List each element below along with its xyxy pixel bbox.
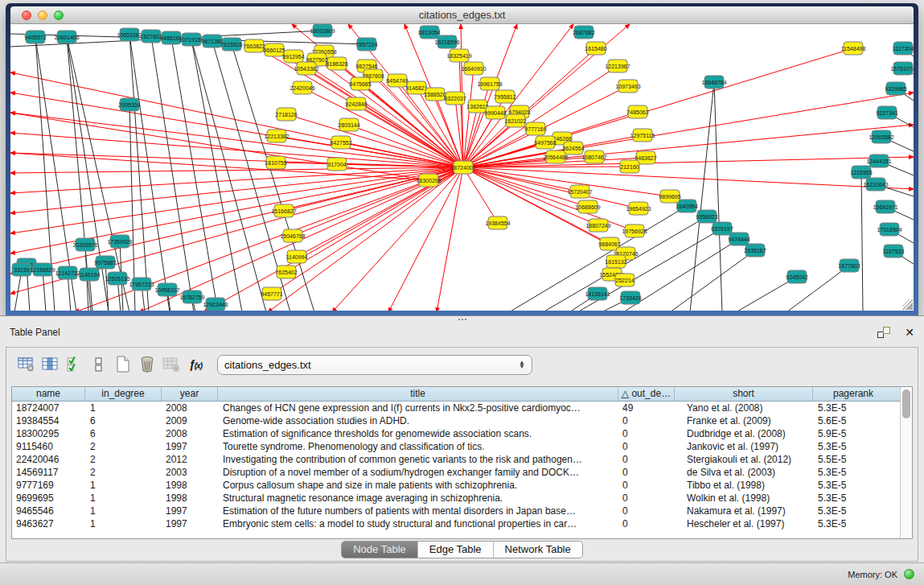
table-cell[interactable]: 6 (85, 414, 162, 427)
graph-node[interactable]: 9329965 (885, 82, 906, 95)
table-cell[interactable]: 9699695 (12, 492, 85, 505)
table-cell[interactable]: 1 (85, 479, 162, 492)
table-cell[interactable]: 2008 (162, 427, 218, 440)
graph-node[interactable]: 10973493 (615, 80, 640, 93)
graph-node[interactable]: 12923448 (203, 298, 228, 311)
graph-node[interactable]: 15046768 (280, 229, 305, 242)
table-cell[interactable]: 2 (85, 466, 162, 479)
window-titlebar[interactable]: citations_edges.txt (10, 6, 914, 24)
table-cell[interactable]: 9465546 (12, 505, 85, 517)
table-cell[interactable]: 49 (618, 402, 675, 414)
table-cell[interactable]: 1998 (162, 479, 218, 492)
graph-node[interactable]: 10688609 (575, 200, 600, 213)
graph-node[interactable]: 19756928 (622, 225, 647, 237)
table-row[interactable]: 911546021997Tourette syndrome. Phenomeno… (12, 440, 900, 453)
graph-node[interactable]: 7485063 (626, 105, 648, 118)
table-cell[interactable]: 2008 (162, 402, 218, 414)
table-cell[interactable]: Corpus callosum shape and size in male p… (218, 479, 618, 492)
table-cell[interactable]: 5.3E-5 (813, 492, 893, 505)
graph-node[interactable]: 8186328 (326, 57, 347, 70)
graph-node[interactable]: 1810755 (265, 156, 286, 169)
graph-node[interactable]: 212160 (620, 160, 639, 173)
table-cell[interactable]: 5.3E-5 (813, 466, 893, 479)
table-cell[interactable]: 0 (618, 427, 675, 440)
column-header-name[interactable]: name (12, 387, 85, 401)
graph-node[interactable]: 9899695 (659, 190, 680, 203)
graph-node[interactable]: 12444151 (866, 154, 891, 167)
graph-node[interactable]: 2803144 (338, 118, 359, 131)
show-columns-icon[interactable] (39, 353, 63, 376)
graph-node[interactable]: 16961758 (477, 77, 502, 90)
table-cell[interactable]: 2012 (162, 453, 218, 466)
table-settings-icon[interactable] (14, 353, 39, 376)
tab-edge-table[interactable]: Edge Table (418, 542, 494, 558)
graph-node[interactable]: 16640910 (461, 62, 486, 75)
graph-node[interactable]: 15720407 (567, 185, 592, 198)
graph-node[interactable]: 12213967 (605, 60, 630, 72)
table-cell[interactable]: Estimation of the future numbers of pati… (218, 505, 618, 517)
graph-node[interactable]: 1615132 (605, 255, 626, 268)
table-row[interactable]: 946554611997Estimation of the future num… (12, 505, 900, 517)
graph-node[interactable]: 8912954 (282, 50, 304, 63)
vertical-scrollbar[interactable] (900, 387, 912, 538)
graph-node[interactable]: 20206576 (72, 238, 97, 251)
table-cell[interactable]: Changes of HCN gene expression and I(f) … (218, 402, 618, 414)
table-cell[interactable]: 5.3E-5 (813, 517, 893, 530)
table-cell[interactable]: Embryonic stem cells: a model to study s… (218, 517, 618, 530)
graph-node[interactable]: 10807467 (581, 150, 606, 163)
graph-node[interactable]: 12093582 (869, 130, 893, 143)
table-cell[interactable]: 2 (85, 453, 162, 466)
graph-node[interactable]: 15166827 (271, 204, 296, 217)
table-cell[interactable]: Yano et al. (2008) (675, 402, 813, 414)
graph-node[interactable]: 14136141 (585, 287, 610, 300)
table-cell[interactable]: Estimation of significance thresholds fo… (218, 427, 618, 440)
graph-node[interactable]: 8322037 (444, 92, 466, 105)
graph-node[interactable]: 1215955 (850, 166, 872, 179)
close-panel-icon[interactable]: ✕ (905, 327, 914, 338)
graph-node[interactable]: 1140994 (286, 250, 308, 263)
graph-node[interactable]: 7955812 (494, 90, 515, 103)
table-cell[interactable]: 0 (618, 414, 675, 427)
table-row[interactable]: 1830029562008Estimation of significance … (12, 427, 900, 440)
column-header-in-degree[interactable]: in_degree (85, 387, 162, 401)
table-cell[interactable]: 0 (618, 479, 675, 492)
float-panel-icon[interactable] (877, 327, 890, 338)
table-cell[interactable]: 0 (618, 505, 675, 517)
table-cell[interactable]: de Silva et al. (2003) (675, 466, 813, 479)
row-options-icon[interactable] (87, 353, 111, 376)
table-cell[interactable]: 0 (618, 492, 675, 505)
table-row[interactable]: 946362711997Embryonic stem cells: a mode… (12, 517, 900, 530)
graph-node[interactable]: 1167533 (883, 245, 905, 257)
table-cell[interactable]: Investigating the contribution of common… (218, 453, 618, 466)
graph-node[interactable]: 33159 (12, 263, 31, 276)
table-cell[interactable]: 2003 (162, 466, 218, 479)
graph-node[interactable]: 9975887 (94, 256, 116, 269)
table-cell[interactable]: 6 (85, 427, 162, 440)
table-cell[interactable]: 1 (85, 517, 162, 530)
table-cell[interactable]: Dudbridge et al. (2008) (675, 427, 813, 440)
table-cell[interactable]: 1 (85, 402, 162, 414)
table-cell[interactable]: Stergiakouli et al. (2012) (675, 453, 813, 466)
table-cell[interactable]: Hescheler et al. (1997) (675, 517, 813, 530)
table-cell[interactable]: 1 (85, 492, 162, 505)
graph-node[interactable]: 1621022 (504, 114, 526, 127)
graph-node[interactable]: 18807249 (585, 219, 610, 232)
graph-node[interactable]: 917004 (327, 158, 347, 171)
graph-node[interactable]: 2687682 (573, 26, 594, 39)
panel-splitter[interactable] (0, 316, 924, 323)
table-cell[interactable]: 1997 (162, 517, 218, 530)
table-cell[interactable]: Jankovic et al. (1997) (675, 440, 813, 453)
graph-node[interactable]: 12505135 (105, 272, 129, 285)
graph-node[interactable]: 9405572 (24, 31, 46, 43)
column-header-pagerank[interactable]: pagerank (813, 387, 893, 401)
graph-node[interactable]: 18724007 (450, 161, 475, 174)
graph-node[interactable]: 1733426 (619, 291, 641, 304)
table-cell[interactable]: 5.5E-5 (813, 453, 893, 466)
graph-node[interactable]: 9245042 (786, 270, 807, 283)
graph-node[interactable]: 22420046 (290, 81, 314, 94)
graph-node[interactable]: 1527602 (140, 30, 162, 43)
graph-node[interactable]: 6379197 (711, 222, 733, 235)
table-cell[interactable]: 9463627 (12, 517, 85, 530)
tab-network-table[interactable]: Network Table (494, 542, 582, 558)
graph-node[interactable]: 9990448 (484, 106, 506, 119)
